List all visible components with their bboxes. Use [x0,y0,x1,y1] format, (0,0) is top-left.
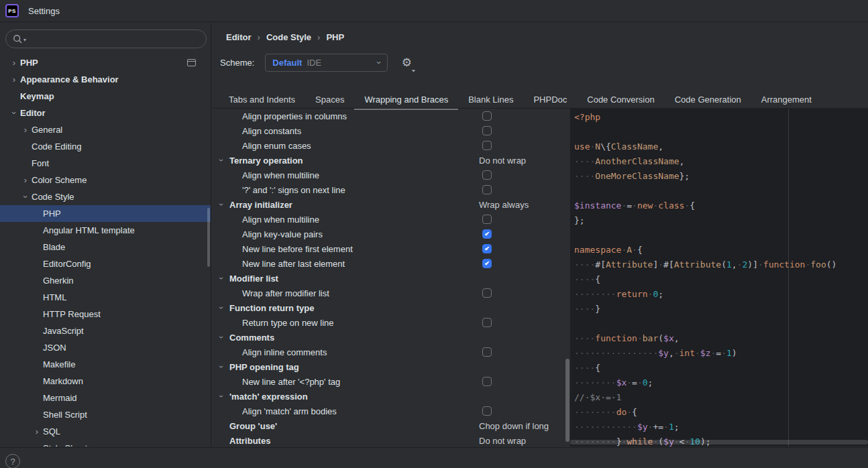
option-row-new-line-after-php-tag[interactable]: New line after '<?php' tag [212,374,570,389]
option-row-attributes[interactable]: AttributesDo not wrap [212,433,570,447]
options-scrollbar[interactable] [565,359,569,442]
chevron-down-icon[interactable]: › [217,362,225,371]
tab-arrangement[interactable]: Arrangement [751,91,822,108]
sidebar-item-shell-script[interactable]: ›Shell Script [0,406,211,423]
breadcrumb-editor[interactable]: Editor [226,32,252,42]
chevron-down-icon[interactable]: › [10,107,19,119]
checkbox-unchecked[interactable] [482,318,492,327]
checkbox-unchecked[interactable] [482,215,492,224]
sidebar-item-javascript[interactable]: ›JavaScript [0,323,211,339]
settings-search-box[interactable]: ▾ [5,30,207,48]
checkbox-unchecked[interactable] [482,288,492,298]
tab-phpdoc[interactable]: PHPDoc [523,91,577,108]
option-row-array-initializer[interactable]: ›Array initializerWrap always [212,197,570,212]
option-row-align-enum-cases[interactable]: Align enum cases [212,138,570,153]
option-value-dropdown[interactable]: Do not wrap [479,436,526,446]
tab-wrapping-and-braces[interactable]: Wrapping and Braces [354,91,458,108]
sidebar-item-style-sheets[interactable]: ›Style Sheets [0,440,211,447]
search-input[interactable] [30,34,199,44]
option-row-match-expression[interactable]: ›'match' expression [212,389,570,404]
sidebar-item-html[interactable]: ›HTML [0,289,211,306]
chevron-down-icon[interactable]: › [217,156,225,165]
sidebar-item-color-scheme[interactable]: ›Color Scheme [0,172,211,188]
chevron-down-icon[interactable]: › [217,303,225,312]
scheme-dropdown[interactable]: Default IDE › [265,54,388,72]
sidebar-item-markdown[interactable]: ›Markdown [0,373,211,390]
chevron-right-icon[interactable]: › [19,125,32,134]
sidebar-item-sql[interactable]: ›SQL [0,423,211,440]
checkbox-unchecked[interactable] [482,406,492,416]
chevron-right-icon[interactable]: › [19,176,32,184]
chevron-right-icon[interactable]: › [8,58,20,67]
sidebar-item-gherkin[interactable]: ›Gherkin [0,272,211,289]
checkbox-checked[interactable]: ✔ [482,244,492,253]
sidebar-item-json[interactable]: ›JSON [0,339,211,356]
checkbox-unchecked[interactable] [482,185,492,194]
help-button[interactable]: ? [5,454,20,468]
tab-blank-lines[interactable]: Blank Lines [458,91,523,108]
option-row-modifier-list[interactable]: ›Modifier list [212,271,570,286]
checkbox-checked[interactable]: ✔ [482,259,492,268]
sidebar-item-font[interactable]: ›Font [0,155,211,172]
breadcrumb-code-style[interactable]: Code Style [266,32,311,42]
sidebar-item-php[interactable]: ›PHP [0,54,211,71]
chevron-down-icon[interactable]: › [217,392,225,401]
chevron-down-icon[interactable]: › [21,191,30,203]
option-row-return-type-on-new-line[interactable]: Return type on new line [212,315,570,330]
checkbox-unchecked[interactable] [482,347,492,357]
sidebar-item-code-style[interactable]: ›Code Style [0,188,211,205]
option-value-dropdown[interactable]: Do not wrap [479,156,526,166]
sidebar-item-http-request[interactable]: ›HTTP Request [0,306,211,323]
tab-spaces[interactable]: Spaces [305,91,354,108]
sidebar-scrollbar[interactable] [207,208,210,267]
option-row-align-match-arm-bodies[interactable]: Align 'match' arm bodies [212,404,570,418]
sidebar-item-keymap[interactable]: ›Keymap [0,88,211,105]
option-row-align-when-multiline[interactable]: Align when multiline [212,168,570,182]
sidebar-item-editor[interactable]: ›Editor [0,105,211,121]
option-row-and-signs-on-next-line[interactable]: '?' and ':' signs on next line [212,182,570,197]
option-row-align-constants[interactable]: Align constants [212,123,570,138]
chevron-down-icon[interactable]: › [217,274,225,283]
option-row-function-return-type[interactable]: ›Function return type [212,300,570,315]
sidebar-item-blade[interactable]: ›Blade [0,239,211,255]
chevron-right-icon[interactable]: › [31,444,43,447]
sidebar-item-appearance-behavior[interactable]: ›Appearance & Behavior [0,71,211,88]
option-value-dropdown[interactable]: Wrap always [479,200,529,210]
sidebar-item-php[interactable]: ›PHP [0,205,211,222]
chevron-down-icon[interactable]: › [217,200,225,209]
option-row-group-use[interactable]: Group 'use'Chop down if long [212,418,570,433]
search-options-chevron-icon[interactable]: ▾ [23,37,26,43]
option-row-php-opening-tag[interactable]: ›PHP opening tag [212,359,570,374]
scheme-gear-button[interactable]: ⚙ [400,56,413,70]
chevron-right-icon[interactable]: › [8,75,20,84]
checkbox-unchecked[interactable] [482,170,492,180]
chevron-right-icon[interactable]: › [31,427,43,436]
option-row-wrap-after-modifier-list[interactable]: Wrap after modifier list [212,286,570,300]
sidebar-item-makefile[interactable]: ›Makefile [0,356,211,373]
sidebar-item-mermaid[interactable]: ›Mermaid [0,390,211,406]
tab-tabs-and-indents[interactable]: Tabs and Indents [219,91,305,108]
option-row-align-inline-comments[interactable]: Align inline comments [212,345,570,359]
sidebar-item-editorconfig[interactable]: ›EditorConfig [0,255,211,272]
option-row-align-key-value-pairs[interactable]: Align key-value pairs✔ [212,227,570,241]
option-row-align-when-multiline[interactable]: Align when multiline [212,212,570,227]
sidebar-item-general[interactable]: ›General [0,121,211,138]
code-horizontal-scrollbar[interactable] [570,440,868,445]
tab-code-generation[interactable]: Code Generation [665,91,751,108]
checkbox-unchecked[interactable] [482,111,492,121]
checkbox-checked[interactable]: ✔ [482,229,492,239]
option-value-dropdown[interactable]: Chop down if long [479,421,549,431]
tab-code-conversion[interactable]: Code Conversion [577,91,664,108]
option-row-new-line-before-first-element[interactable]: New line before first element✔ [212,241,570,256]
sidebar-item-angular-html-template[interactable]: ›Angular HTML template [0,222,211,239]
breadcrumb-php[interactable]: PHP [326,32,344,42]
chevron-down-icon[interactable]: › [217,333,225,342]
option-row-align-properties-in-columns[interactable]: Align properties in columns [212,109,570,123]
sidebar-item-code-editing[interactable]: ›Code Editing [0,138,211,155]
option-row-comments[interactable]: ›Comments [212,330,570,345]
checkbox-unchecked[interactable] [482,141,492,150]
option-row-ternary-operation[interactable]: ›Ternary operationDo not wrap [212,153,570,168]
checkbox-unchecked[interactable] [482,377,492,386]
checkbox-unchecked[interactable] [482,126,492,135]
option-row-new-line-after-last-element[interactable]: New line after last element✔ [212,256,570,271]
